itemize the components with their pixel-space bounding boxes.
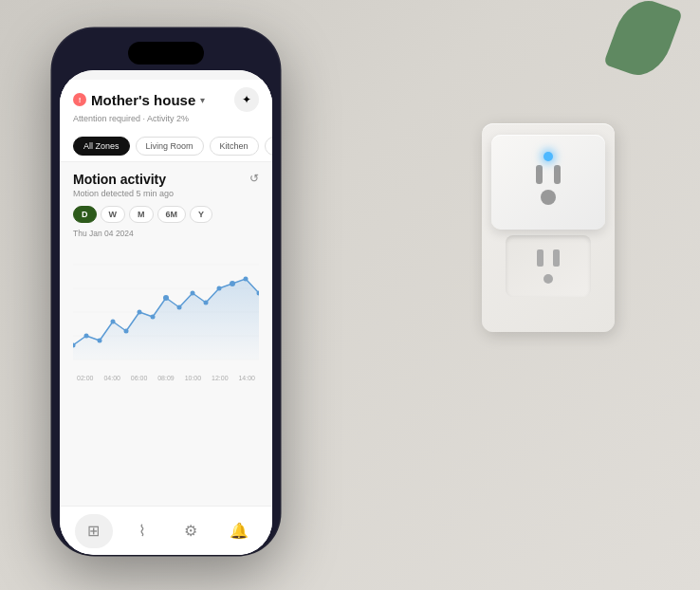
app-content: ! Mother's house ▾ ✦ Attention required … — [60, 80, 272, 555]
svg-point-6 — [84, 334, 89, 339]
wall-plate — [482, 123, 615, 332]
svg-point-18 — [244, 277, 249, 282]
nav-activity[interactable]: ⌇ — [123, 514, 161, 548]
svg-point-16 — [217, 286, 222, 291]
phone-screen: ! Mother's house ▾ ✦ Attention required … — [60, 70, 272, 555]
motion-chart: 02:00 04:00 06:00 08:09 10:00 12:00 14:0… — [73, 246, 259, 388]
time-btn-y[interactable]: Y — [190, 206, 212, 223]
time-btn-d[interactable]: D — [73, 206, 97, 223]
svg-point-15 — [204, 301, 209, 305]
nav-home[interactable]: ⊞ — [75, 514, 113, 548]
home-title: Mother's house — [91, 92, 195, 108]
outlet-slots-row — [537, 249, 560, 267]
status-bar — [60, 70, 272, 80]
svg-point-9 — [124, 329, 129, 334]
tab-all-zones[interactable]: All Zones — [73, 137, 130, 156]
plug-slot-left — [536, 165, 543, 184]
plug-top-slots — [536, 165, 561, 184]
settings-button[interactable]: ✦ — [234, 87, 259, 112]
svg-point-7 — [98, 339, 102, 343]
svg-point-13 — [177, 305, 182, 310]
date-label: Thu Jan 04 2024 — [73, 229, 259, 238]
dynamic-island — [128, 42, 204, 65]
bottom-nav: ⊞ ⌇ ⚙ 🔔 — [60, 506, 272, 555]
smart-plug-container — [482, 123, 615, 332]
tab-bath[interactable]: Bath — [265, 137, 272, 156]
header-subtitle: Attention required · Activity 2% — [73, 114, 259, 123]
phone-device: ! Mother's house ▾ ✦ Attention required … — [52, 28, 280, 555]
nav-settings[interactable]: ⚙ — [172, 514, 210, 548]
outlet-slot-right — [553, 249, 560, 267]
home-nav-icon: ⊞ — [87, 522, 100, 540]
plug-ground-hole — [541, 190, 556, 205]
nav-notifications[interactable]: 🔔 — [220, 514, 258, 548]
dropdown-arrow-icon[interactable]: ▾ — [200, 95, 205, 105]
svg-point-14 — [191, 291, 195, 296]
settings-nav-icon: ⚙ — [184, 522, 197, 540]
svg-point-11 — [151, 315, 156, 320]
app-header: ! Mother's house ▾ ✦ Attention required … — [60, 80, 272, 129]
header-left: ! Mother's house ▾ — [73, 92, 205, 108]
bell-nav-icon: 🔔 — [230, 522, 249, 540]
time-btn-w[interactable]: W — [101, 206, 126, 223]
time-btn-m[interactable]: M — [129, 206, 154, 223]
svg-point-17 — [230, 281, 235, 286]
tab-kitchen[interactable]: Kitchen — [210, 137, 259, 156]
alert-icon: ! — [73, 93, 86, 106]
section-subtitle: Motion detected 5 min ago — [73, 189, 174, 198]
smart-plug-device — [491, 135, 605, 230]
svg-point-12 — [163, 295, 169, 301]
time-range-selector: D W M 6M Y — [73, 206, 259, 223]
outlet-ground — [543, 274, 553, 284]
plug-slot-right — [554, 165, 561, 184]
plug-bottom-outlet — [506, 235, 591, 297]
chart-svg — [73, 246, 259, 369]
activity-nav-icon: ⌇ — [138, 522, 146, 540]
section-title: Motion activity — [73, 172, 174, 187]
tab-living-room[interactable]: Living Room — [136, 137, 204, 156]
plug-led — [543, 152, 553, 161]
history-icon[interactable]: ↺ — [249, 172, 259, 185]
settings-icon: ✦ — [242, 93, 251, 106]
zone-tabs: All Zones Living Room Kitchen Bath — [60, 129, 272, 162]
time-btn-6m[interactable]: 6M — [157, 206, 187, 223]
svg-point-8 — [111, 320, 116, 324]
main-content: Motion activity Motion detected 5 min ag… — [60, 162, 272, 506]
header-row: ! Mother's house ▾ ✦ — [73, 87, 259, 112]
svg-point-10 — [138, 310, 142, 315]
chart-x-axis: 02:00 04:00 06:00 08:09 10:00 12:00 14:0… — [73, 373, 259, 381]
outlet-slot-left — [537, 249, 543, 267]
